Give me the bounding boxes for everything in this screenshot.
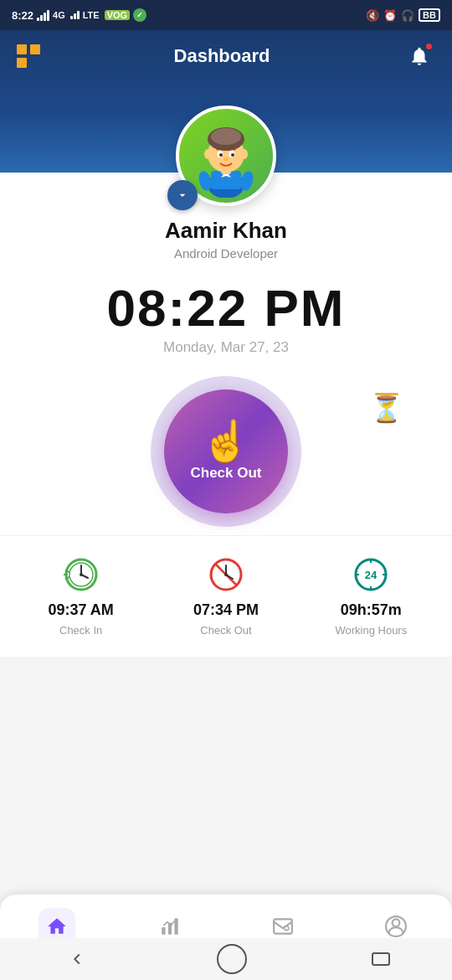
chevron-down-icon <box>176 188 189 202</box>
working-hours-value: 09h:57m <box>341 601 402 619</box>
checkout-label: Check Out <box>200 624 251 637</box>
status-carrier2: LTE <box>83 10 100 20</box>
user-profile-section: Aamir Khan Android Developer <box>0 173 452 274</box>
back-icon <box>68 950 86 968</box>
alarm-icon: ⏰ <box>383 9 397 22</box>
grid-sq-3 <box>17 58 27 68</box>
working-hours-icon: 24 <box>350 554 392 596</box>
current-time: 08:22 PM <box>0 282 452 334</box>
grid-sq-1 <box>17 44 27 54</box>
checkin-icon-wrap <box>59 553 103 596</box>
svg-point-6 <box>211 128 241 145</box>
svg-point-10 <box>231 153 234 157</box>
android-home-button[interactable] <box>217 944 247 974</box>
header-top: Dashboard <box>17 40 435 72</box>
checkout-stat: 07:34 PM Check Out <box>153 553 298 637</box>
android-recents-button[interactable] <box>372 952 390 966</box>
checkin-stat: 09:37 AM Check In <box>8 553 153 637</box>
grid-sq-2 <box>30 44 40 54</box>
svg-point-12 <box>204 149 211 159</box>
clock-section: 08:22 PM Monday, Mar 27, 23 <box>0 274 452 376</box>
svg-point-23 <box>80 573 83 576</box>
avatar-illustration <box>184 114 268 198</box>
page-title: Dashboard <box>174 45 270 67</box>
svg-point-40 <box>285 927 287 930</box>
working-hours-label: Working Hours <box>335 624 407 637</box>
signal-bars-2 <box>70 11 80 19</box>
checkout-time: 07:34 PM <box>193 601 259 619</box>
checkout-button[interactable]: ☝ Check Out <box>164 389 288 513</box>
activity-icon <box>159 916 181 937</box>
notification-bell[interactable] <box>403 40 435 72</box>
svg-rect-38 <box>274 919 292 933</box>
status-notif: ✓ <box>133 8 146 22</box>
working-hours-stat: 24 09h:57m Working Hours <box>299 553 444 637</box>
android-nav-bar <box>0 938 452 980</box>
checkout-clock-icon <box>205 554 247 596</box>
hand-pointer-icon: ☝ <box>201 421 251 462</box>
working-hours-icon-wrap: 24 <box>349 553 393 596</box>
svg-point-28 <box>224 573 228 576</box>
battery-badge: BB <box>419 8 440 22</box>
home-icon <box>46 916 68 937</box>
hourglass-indicator: ⏳ <box>371 393 402 422</box>
stats-row: 09:37 AM Check In 07:34 PM Check Out 24 <box>0 535 452 657</box>
svg-rect-35 <box>162 927 165 935</box>
dropdown-button[interactable] <box>167 180 198 210</box>
android-back-button[interactable] <box>62 944 92 974</box>
grid-menu-icon[interactable] <box>17 44 40 68</box>
signal-bars <box>37 10 49 21</box>
status-carrier1: 4G <box>53 10 65 20</box>
svg-rect-37 <box>174 918 177 935</box>
status-left: 8:22 4G LTE VOG ✓ <box>12 8 146 22</box>
checkout-icon-wrap <box>204 553 248 596</box>
headphone-icon: 🎧 <box>401 9 414 22</box>
notification-badge <box>424 42 434 51</box>
avatar-container <box>176 106 276 206</box>
current-date: Monday, Mar 27, 23 <box>0 339 452 356</box>
grid-sq-4 <box>30 58 40 68</box>
svg-point-41 <box>392 919 399 926</box>
checkin-label: Check In <box>59 624 102 637</box>
status-time: 8:22 <box>12 9 33 22</box>
checkout-section: ☝ Check Out ⏳ <box>0 376 452 535</box>
svg-point-9 <box>219 153 223 157</box>
user-name: Aamir Khan <box>165 218 287 244</box>
checkout-label: Check Out <box>190 465 261 482</box>
checkin-clock-icon <box>60 554 102 596</box>
status-right: 🔇 ⏰ 🎧 BB <box>366 8 440 22</box>
mute-icon: 🔇 <box>366 9 379 22</box>
svg-text:24: 24 <box>365 569 378 581</box>
checkin-time: 09:37 AM <box>48 601 113 619</box>
status-bar: 8:22 4G LTE VOG ✓ 🔇 ⏰ 🎧 BB <box>0 0 452 30</box>
user-role: Android Developer <box>174 246 278 260</box>
hourglass-icon: ⏳ <box>371 397 402 422</box>
checkout-outer-ring: ☝ Check Out <box>151 376 301 527</box>
mail-icon <box>272 916 294 937</box>
status-app: VOG <box>105 10 130 20</box>
svg-point-13 <box>241 149 248 159</box>
profile-icon <box>385 916 407 937</box>
svg-point-11 <box>223 157 229 161</box>
